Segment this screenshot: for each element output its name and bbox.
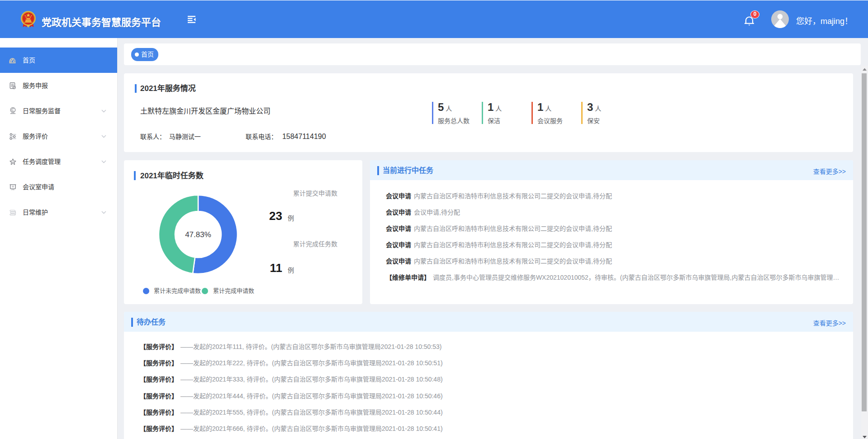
svg-text:47.83%: 47.83%: [185, 230, 211, 239]
